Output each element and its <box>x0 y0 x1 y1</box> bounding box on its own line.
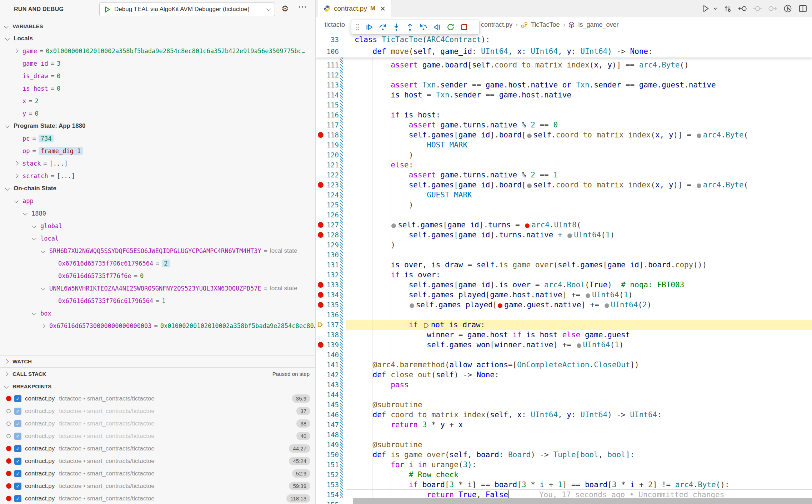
code-line[interactable]: 136 <box>316 310 812 320</box>
code-line[interactable]: 116 if is_host: <box>316 110 812 120</box>
breadcrumb-item-method[interactable]: is_game_over <box>578 21 618 29</box>
line-number[interactable]: 116 <box>321 110 339 120</box>
breadcrumb-item-file[interactable]: contract.py <box>481 21 512 29</box>
session-graph-icon[interactable] <box>783 4 793 14</box>
line-number[interactable]: 137 <box>321 320 339 330</box>
variable-row[interactable]: 0x67616d65730000000000000003=0x010002001… <box>0 319 315 332</box>
breakpoint-checkbox[interactable]: ✓ <box>14 470 21 477</box>
chevron-down-icon[interactable] <box>6 187 14 190</box>
line-number[interactable]: 117 <box>321 120 339 130</box>
line-number[interactable]: 114 <box>321 90 339 100</box>
code-line[interactable]: 139 self.games_won[winner.native] += UIn… <box>316 340 812 350</box>
step-into-button[interactable] <box>390 21 403 34</box>
line-number[interactable]: 135 <box>321 300 339 310</box>
variable-row[interactable]: local <box>0 232 315 245</box>
line-number[interactable]: 133 <box>321 280 339 290</box>
step-back-circle-icon[interactable] <box>738 4 747 13</box>
code-editor[interactable]: 111 assert game.board[self.coord_to_matr… <box>316 34 812 504</box>
line-number[interactable]: 124 <box>321 190 339 200</box>
code-line[interactable]: 111 assert game.board[self.coord_to_matr… <box>316 60 812 70</box>
code-line[interactable]: 135 self.games_played[game.guest.native]… <box>316 300 812 310</box>
code-line[interactable]: 134 self.games_played[game.host.native] … <box>316 290 812 300</box>
code-line[interactable]: 120 ) <box>316 150 812 160</box>
code-line[interactable]: 130 <box>316 250 812 260</box>
code-line[interactable]: 137 if not is_draw: <box>316 320 812 330</box>
inline-breakpoint-gray-icon[interactable] <box>391 223 396 228</box>
code-line[interactable]: 140 <box>316 350 812 360</box>
restart-button[interactable] <box>444 21 457 34</box>
code-line[interactable]: 142 def close_out(self) -> None: <box>316 370 812 380</box>
line-number[interactable]: 150 <box>321 450 339 460</box>
code-line[interactable]: 150 def is_game_over(self, board: Board)… <box>316 450 812 460</box>
inline-breakpoint-gray-icon[interactable] <box>527 183 532 188</box>
code-line[interactable]: 138 winner = game.host if is_host else g… <box>316 330 812 340</box>
breakpoint-row[interactable]: ✓contract.pytictactoe • smart_contracts/… <box>0 455 315 467</box>
line-number[interactable]: 152 <box>321 470 339 480</box>
chevron-down-icon[interactable] <box>713 6 718 11</box>
line-number[interactable]: 145 <box>321 400 339 410</box>
code-line[interactable]: 117 assert game.turns.native % 2 == 0 <box>316 120 812 130</box>
line-number[interactable]: 129 <box>321 240 339 250</box>
breakpoint-row[interactable]: ✓contract.pytictactoe • smart_contracts/… <box>0 492 315 504</box>
line-number[interactable]: 132 <box>321 270 339 280</box>
code-line[interactable]: 131 is_over, is_draw = self.is_game_over… <box>316 260 812 270</box>
inline-breakpoint-gray-icon[interactable] <box>697 183 701 188</box>
code-line[interactable]: 121 else: <box>316 160 812 170</box>
line-number[interactable]: 119 <box>321 140 339 150</box>
inline-breakpoint-gray-icon[interactable] <box>586 293 590 298</box>
breadcrumb-item-folder[interactable]: tictacto <box>325 21 345 29</box>
code-line[interactable]: 123 self.games[game_id].board[self.coord… <box>316 180 812 190</box>
line-number[interactable]: 149 <box>321 440 339 450</box>
line-number[interactable]: 126 <box>321 210 339 220</box>
line-number[interactable]: 139 <box>321 340 339 350</box>
chevron-down-icon[interactable] <box>32 224 40 227</box>
line-number[interactable]: 112 <box>321 70 339 80</box>
line-number[interactable]: 141 <box>321 360 339 370</box>
variable-row[interactable]: 0x67616d65735f706c61796564=1 <box>0 294 315 307</box>
variable-row[interactable]: app <box>0 195 315 207</box>
variable-row[interactable]: SRH6D7XU2N6WQQ5SSYDQFG5ESO6JWEQIDPGLUGYC… <box>0 245 315 257</box>
more-actions-icon[interactable]: ⋯ <box>298 1 307 12</box>
code-line[interactable]: 149 @subroutine <box>316 440 812 450</box>
step-over-button[interactable] <box>376 21 390 34</box>
breakpoint-row[interactable]: ✓contract.pytictactoe • smart_contracts/… <box>0 430 315 442</box>
code-line[interactable]: 125 ) <box>316 200 812 210</box>
code-line[interactable]: 115 <box>316 100 812 110</box>
split-editor-icon[interactable] <box>798 4 808 13</box>
line-number[interactable]: 144 <box>321 390 339 400</box>
chevron-down-icon[interactable] <box>41 249 49 252</box>
chevron-down-icon[interactable] <box>6 37 14 40</box>
line-number[interactable]: 111 <box>321 60 339 70</box>
reverse-continue-button[interactable] <box>430 21 444 34</box>
breakpoint-checkbox[interactable]: ✓ <box>14 458 21 465</box>
code-line[interactable]: 132 if is_over: <box>316 270 812 280</box>
code-line[interactable]: 146 def coord_to_matrix_index(self, x: U… <box>316 410 812 420</box>
line-number[interactable]: 154 <box>321 490 339 500</box>
code-line[interactable]: 145 @subroutine <box>316 400 812 410</box>
line-number[interactable]: 120 <box>321 150 339 160</box>
chevron-down-icon[interactable] <box>32 312 40 315</box>
breakpoint-checkbox[interactable]: ✓ <box>14 495 21 502</box>
variable-row[interactable]: global <box>0 220 315 232</box>
code-line[interactable]: 122 assert game.turns.native % 2 == 1 <box>316 170 812 180</box>
inline-breakpoint-gray-icon[interactable] <box>410 303 414 308</box>
code-line[interactable]: 147 return 3 * y + x <box>316 420 812 430</box>
code-line[interactable]: 143 pass <box>316 380 812 390</box>
breakpoint-checkbox[interactable]: ✓ <box>14 433 21 440</box>
line-number[interactable]: 143 <box>321 380 339 390</box>
line-number[interactable]: 134 <box>321 290 339 300</box>
breakpoint-row[interactable]: ✓contract.pytictactoe • smart_contracts/… <box>0 442 315 455</box>
variable-row[interactable]: is_host=0 <box>0 82 315 95</box>
line-number[interactable]: 130 <box>321 250 339 260</box>
variable-row[interactable]: pc=734 <box>0 132 315 145</box>
breakpoint-row[interactable]: ✓contract.pytictactoe • smart_contracts/… <box>0 392 315 405</box>
watch-section-header[interactable]: WATCH <box>0 355 315 367</box>
line-number[interactable]: 106 <box>321 46 339 57</box>
line-number[interactable]: 153 <box>321 480 339 490</box>
code-line[interactable]: 114 is_host = Txn.sender == game.host.na… <box>316 90 812 100</box>
chevron-right-icon[interactable] <box>15 49 22 52</box>
code-line[interactable]: 127 self.games[game_id].turns = arc4.UIn… <box>316 220 812 230</box>
debug-config-dropdown[interactable]: Debug TEAL via AlgoKit AVM Debugger (tic… <box>99 2 275 16</box>
variable-row[interactable]: op=frame_dig 1 <box>0 145 315 157</box>
code-line[interactable]: 129 ) <box>316 240 812 250</box>
